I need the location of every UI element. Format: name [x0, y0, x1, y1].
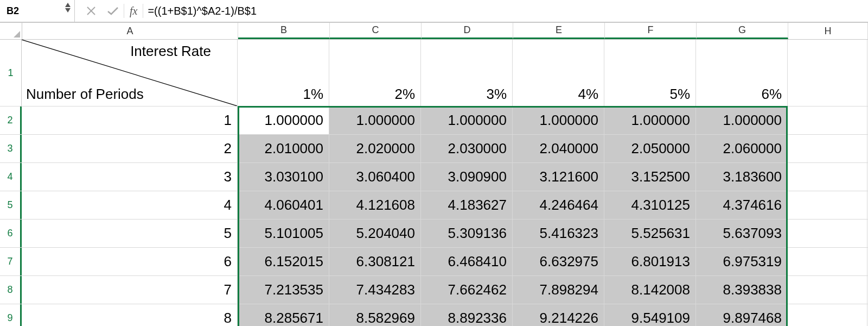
cell-E5[interactable]: 4.246464 [513, 191, 604, 219]
fx-label[interactable]: fx [124, 5, 143, 17]
cell-B2[interactable]: 1.000000 [238, 106, 329, 134]
cell-F9[interactable]: 9.549109 [604, 304, 696, 326]
cell-F8[interactable]: 8.142008 [604, 276, 696, 304]
grid: 1 Interest Rate Number of Periods 1% 2% … [0, 40, 868, 326]
cell-E4[interactable]: 3.121600 [513, 163, 604, 191]
column-header-F[interactable]: F [605, 23, 697, 39]
cell-A8[interactable]: 7 [22, 276, 238, 304]
cell-A6[interactable]: 5 [22, 220, 238, 247]
row-header-9[interactable]: 9 [0, 304, 22, 326]
column-header-H[interactable]: H [788, 23, 868, 39]
column-header-G[interactable]: G [697, 23, 788, 39]
cell-G6[interactable]: 5.637093 [696, 220, 788, 247]
cell-D4[interactable]: 3.090900 [421, 163, 513, 191]
cell-D2[interactable]: 1.000000 [421, 106, 513, 134]
column-header-B[interactable]: B [238, 23, 330, 39]
cell-C9[interactable]: 8.582969 [329, 304, 421, 326]
cell-A2[interactable]: 1 [22, 106, 238, 134]
column-header-E[interactable]: E [513, 23, 605, 39]
cell-D9[interactable]: 8.892336 [421, 304, 513, 326]
cell-F5[interactable]: 4.310125 [604, 191, 696, 219]
row-header-8[interactable]: 8 [0, 276, 22, 304]
column-header-C[interactable]: C [330, 23, 422, 39]
cell-F4[interactable]: 3.152500 [604, 163, 696, 191]
cell-F2[interactable]: 1.000000 [604, 106, 696, 134]
cell-A3[interactable]: 2 [22, 135, 238, 162]
cell-A5[interactable]: 4 [22, 191, 238, 219]
cell-E8[interactable]: 7.898294 [513, 276, 604, 304]
cell-H5[interactable] [788, 191, 867, 219]
cell-A7[interactable]: 6 [22, 248, 238, 275]
cell-H1[interactable] [788, 40, 867, 106]
chevron-down-icon [65, 8, 71, 13]
cell-G8[interactable]: 8.393838 [696, 276, 788, 304]
cell-E2[interactable]: 1.000000 [513, 106, 604, 134]
cell-D3[interactable]: 2.030000 [421, 135, 513, 162]
cell-H8[interactable] [788, 276, 867, 304]
name-box-stepper[interactable] [65, 2, 71, 13]
cell-E6[interactable]: 5.416323 [513, 220, 604, 247]
cell-C4[interactable]: 3.060400 [329, 163, 421, 191]
cell-C6[interactable]: 5.204040 [329, 220, 421, 247]
cell-H3[interactable] [788, 135, 867, 162]
cell-A9[interactable]: 8 [22, 304, 238, 326]
cell-E9[interactable]: 9.214226 [513, 304, 604, 326]
cell-H6[interactable] [788, 220, 867, 247]
cell-B3[interactable]: 2.010000 [238, 135, 329, 162]
row-header-5[interactable]: 5 [0, 191, 22, 219]
cancel-button[interactable] [80, 0, 102, 22]
name-box[interactable]: B2 [0, 0, 75, 22]
cell-E3[interactable]: 2.040000 [513, 135, 604, 162]
enter-button[interactable] [102, 0, 124, 22]
cell-C3[interactable]: 2.020000 [329, 135, 421, 162]
cell-C7[interactable]: 6.308121 [329, 248, 421, 275]
cell-B8[interactable]: 7.213535 [238, 276, 329, 304]
cell-D7[interactable]: 6.468410 [421, 248, 513, 275]
row-header-7[interactable]: 7 [0, 248, 22, 275]
cell-G9[interactable]: 9.897468 [696, 304, 788, 326]
column-header-A[interactable]: A [22, 23, 238, 39]
cell-G5[interactable]: 4.374616 [696, 191, 788, 219]
cell-D6[interactable]: 5.309136 [421, 220, 513, 247]
cell-H9[interactable] [788, 304, 867, 326]
cell-B1[interactable]: 1% [238, 40, 329, 106]
cell-F6[interactable]: 5.525631 [604, 220, 696, 247]
column-header-D[interactable]: D [422, 23, 513, 39]
cell-B9[interactable]: 8.285671 [238, 304, 329, 326]
cell-F7[interactable]: 6.801913 [604, 248, 696, 275]
cell-G3[interactable]: 2.060000 [696, 135, 788, 162]
cell-E1[interactable]: 4% [513, 40, 604, 106]
row-2: 2 1 1.000000 1.000000 1.000000 1.000000 … [0, 106, 868, 135]
cell-G1[interactable]: 6% [696, 40, 788, 106]
cell-B4[interactable]: 3.030100 [238, 163, 329, 191]
cell-F1[interactable]: 5% [604, 40, 696, 106]
row-header-1[interactable]: 1 [0, 40, 22, 106]
cell-C8[interactable]: 7.434283 [329, 276, 421, 304]
row-header-6[interactable]: 6 [0, 220, 22, 247]
cell-A1[interactable]: Interest Rate Number of Periods [22, 40, 238, 106]
select-all-triangle[interactable] [0, 23, 22, 39]
cell-C2[interactable]: 1.000000 [329, 106, 421, 134]
row-header-4[interactable]: 4 [0, 163, 22, 191]
cell-D5[interactable]: 4.183627 [421, 191, 513, 219]
cell-B5[interactable]: 4.060401 [238, 191, 329, 219]
cell-D1[interactable]: 3% [421, 40, 513, 106]
cell-H2[interactable] [788, 106, 867, 134]
cell-F3[interactable]: 2.050000 [604, 135, 696, 162]
cell-D8[interactable]: 7.662462 [421, 276, 513, 304]
cell-C1[interactable]: 2% [329, 40, 421, 106]
cell-B6[interactable]: 5.101005 [238, 220, 329, 247]
row-header-3[interactable]: 3 [0, 135, 22, 162]
a1-bottom-label: Number of Periods [26, 86, 144, 103]
cell-G2[interactable]: 1.000000 [696, 106, 788, 134]
cell-G4[interactable]: 3.183600 [696, 163, 788, 191]
formula-input[interactable]: =((1+B$1)^$A2-1)/B$1 [143, 0, 868, 22]
cell-E7[interactable]: 6.632975 [513, 248, 604, 275]
cell-H4[interactable] [788, 163, 867, 191]
cell-C5[interactable]: 4.121608 [329, 191, 421, 219]
cell-H7[interactable] [788, 248, 867, 275]
row-header-2[interactable]: 2 [0, 106, 22, 134]
cell-A4[interactable]: 3 [22, 163, 238, 191]
cell-B7[interactable]: 6.152015 [238, 248, 329, 275]
cell-G7[interactable]: 6.975319 [696, 248, 788, 275]
